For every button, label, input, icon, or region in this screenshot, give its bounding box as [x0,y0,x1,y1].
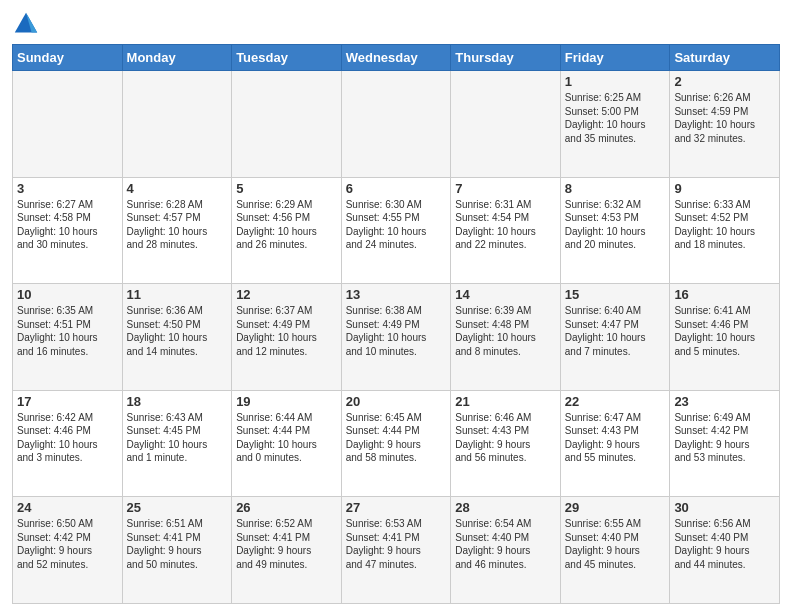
day-number: 28 [455,500,556,515]
day-number: 2 [674,74,775,89]
day-number: 17 [17,394,118,409]
day-info: Sunrise: 6:44 AM Sunset: 4:44 PM Dayligh… [236,411,337,465]
day-info: Sunrise: 6:29 AM Sunset: 4:56 PM Dayligh… [236,198,337,252]
day-cell: 12Sunrise: 6:37 AM Sunset: 4:49 PM Dayli… [232,284,342,391]
day-cell [122,71,232,178]
day-info: Sunrise: 6:54 AM Sunset: 4:40 PM Dayligh… [455,517,556,571]
day-cell: 11Sunrise: 6:36 AM Sunset: 4:50 PM Dayli… [122,284,232,391]
day-cell: 14Sunrise: 6:39 AM Sunset: 4:48 PM Dayli… [451,284,561,391]
day-number: 16 [674,287,775,302]
day-info: Sunrise: 6:25 AM Sunset: 5:00 PM Dayligh… [565,91,666,145]
day-cell: 4Sunrise: 6:28 AM Sunset: 4:57 PM Daylig… [122,177,232,284]
weekday-thursday: Thursday [451,45,561,71]
day-info: Sunrise: 6:35 AM Sunset: 4:51 PM Dayligh… [17,304,118,358]
day-cell: 17Sunrise: 6:42 AM Sunset: 4:46 PM Dayli… [13,390,123,497]
day-info: Sunrise: 6:31 AM Sunset: 4:54 PM Dayligh… [455,198,556,252]
week-row-3: 17Sunrise: 6:42 AM Sunset: 4:46 PM Dayli… [13,390,780,497]
day-number: 18 [127,394,228,409]
day-info: Sunrise: 6:39 AM Sunset: 4:48 PM Dayligh… [455,304,556,358]
day-number: 8 [565,181,666,196]
day-number: 19 [236,394,337,409]
day-number: 27 [346,500,447,515]
day-number: 29 [565,500,666,515]
day-cell: 16Sunrise: 6:41 AM Sunset: 4:46 PM Dayli… [670,284,780,391]
day-cell: 10Sunrise: 6:35 AM Sunset: 4:51 PM Dayli… [13,284,123,391]
day-cell: 29Sunrise: 6:55 AM Sunset: 4:40 PM Dayli… [560,497,670,604]
day-number: 1 [565,74,666,89]
day-info: Sunrise: 6:36 AM Sunset: 4:50 PM Dayligh… [127,304,228,358]
day-number: 25 [127,500,228,515]
weekday-friday: Friday [560,45,670,71]
weekday-header-row: SundayMondayTuesdayWednesdayThursdayFrid… [13,45,780,71]
day-cell: 9Sunrise: 6:33 AM Sunset: 4:52 PM Daylig… [670,177,780,284]
day-cell: 23Sunrise: 6:49 AM Sunset: 4:42 PM Dayli… [670,390,780,497]
day-info: Sunrise: 6:33 AM Sunset: 4:52 PM Dayligh… [674,198,775,252]
day-info: Sunrise: 6:53 AM Sunset: 4:41 PM Dayligh… [346,517,447,571]
day-info: Sunrise: 6:46 AM Sunset: 4:43 PM Dayligh… [455,411,556,465]
day-cell: 2Sunrise: 6:26 AM Sunset: 4:59 PM Daylig… [670,71,780,178]
logo [12,10,44,38]
day-cell: 13Sunrise: 6:38 AM Sunset: 4:49 PM Dayli… [341,284,451,391]
day-info: Sunrise: 6:43 AM Sunset: 4:45 PM Dayligh… [127,411,228,465]
day-cell [232,71,342,178]
day-cell: 8Sunrise: 6:32 AM Sunset: 4:53 PM Daylig… [560,177,670,284]
day-number: 23 [674,394,775,409]
day-number: 9 [674,181,775,196]
day-number: 10 [17,287,118,302]
day-cell [13,71,123,178]
day-cell: 20Sunrise: 6:45 AM Sunset: 4:44 PM Dayli… [341,390,451,497]
day-number: 20 [346,394,447,409]
day-info: Sunrise: 6:41 AM Sunset: 4:46 PM Dayligh… [674,304,775,358]
day-info: Sunrise: 6:40 AM Sunset: 4:47 PM Dayligh… [565,304,666,358]
day-info: Sunrise: 6:50 AM Sunset: 4:42 PM Dayligh… [17,517,118,571]
day-cell [451,71,561,178]
day-info: Sunrise: 6:37 AM Sunset: 4:49 PM Dayligh… [236,304,337,358]
day-cell: 1Sunrise: 6:25 AM Sunset: 5:00 PM Daylig… [560,71,670,178]
day-number: 15 [565,287,666,302]
day-info: Sunrise: 6:30 AM Sunset: 4:55 PM Dayligh… [346,198,447,252]
day-info: Sunrise: 6:55 AM Sunset: 4:40 PM Dayligh… [565,517,666,571]
day-cell: 6Sunrise: 6:30 AM Sunset: 4:55 PM Daylig… [341,177,451,284]
weekday-wednesday: Wednesday [341,45,451,71]
day-cell: 26Sunrise: 6:52 AM Sunset: 4:41 PM Dayli… [232,497,342,604]
day-info: Sunrise: 6:28 AM Sunset: 4:57 PM Dayligh… [127,198,228,252]
day-info: Sunrise: 6:26 AM Sunset: 4:59 PM Dayligh… [674,91,775,145]
week-row-4: 24Sunrise: 6:50 AM Sunset: 4:42 PM Dayli… [13,497,780,604]
day-info: Sunrise: 6:52 AM Sunset: 4:41 PM Dayligh… [236,517,337,571]
day-number: 5 [236,181,337,196]
day-number: 3 [17,181,118,196]
weekday-tuesday: Tuesday [232,45,342,71]
day-cell: 27Sunrise: 6:53 AM Sunset: 4:41 PM Dayli… [341,497,451,604]
day-number: 22 [565,394,666,409]
day-cell: 28Sunrise: 6:54 AM Sunset: 4:40 PM Dayli… [451,497,561,604]
weekday-saturday: Saturday [670,45,780,71]
week-row-1: 3Sunrise: 6:27 AM Sunset: 4:58 PM Daylig… [13,177,780,284]
day-number: 30 [674,500,775,515]
day-info: Sunrise: 6:51 AM Sunset: 4:41 PM Dayligh… [127,517,228,571]
day-info: Sunrise: 6:49 AM Sunset: 4:42 PM Dayligh… [674,411,775,465]
day-number: 4 [127,181,228,196]
weekday-monday: Monday [122,45,232,71]
day-cell [341,71,451,178]
logo-icon [12,10,40,38]
day-info: Sunrise: 6:56 AM Sunset: 4:40 PM Dayligh… [674,517,775,571]
header [12,10,780,38]
day-number: 24 [17,500,118,515]
day-number: 26 [236,500,337,515]
week-row-0: 1Sunrise: 6:25 AM Sunset: 5:00 PM Daylig… [13,71,780,178]
weekday-sunday: Sunday [13,45,123,71]
day-cell: 3Sunrise: 6:27 AM Sunset: 4:58 PM Daylig… [13,177,123,284]
day-number: 21 [455,394,556,409]
day-cell: 19Sunrise: 6:44 AM Sunset: 4:44 PM Dayli… [232,390,342,497]
day-cell: 18Sunrise: 6:43 AM Sunset: 4:45 PM Dayli… [122,390,232,497]
day-cell: 21Sunrise: 6:46 AM Sunset: 4:43 PM Dayli… [451,390,561,497]
day-info: Sunrise: 6:32 AM Sunset: 4:53 PM Dayligh… [565,198,666,252]
day-info: Sunrise: 6:47 AM Sunset: 4:43 PM Dayligh… [565,411,666,465]
day-cell: 7Sunrise: 6:31 AM Sunset: 4:54 PM Daylig… [451,177,561,284]
day-number: 14 [455,287,556,302]
day-number: 7 [455,181,556,196]
week-row-2: 10Sunrise: 6:35 AM Sunset: 4:51 PM Dayli… [13,284,780,391]
day-info: Sunrise: 6:38 AM Sunset: 4:49 PM Dayligh… [346,304,447,358]
day-info: Sunrise: 6:27 AM Sunset: 4:58 PM Dayligh… [17,198,118,252]
day-info: Sunrise: 6:42 AM Sunset: 4:46 PM Dayligh… [17,411,118,465]
